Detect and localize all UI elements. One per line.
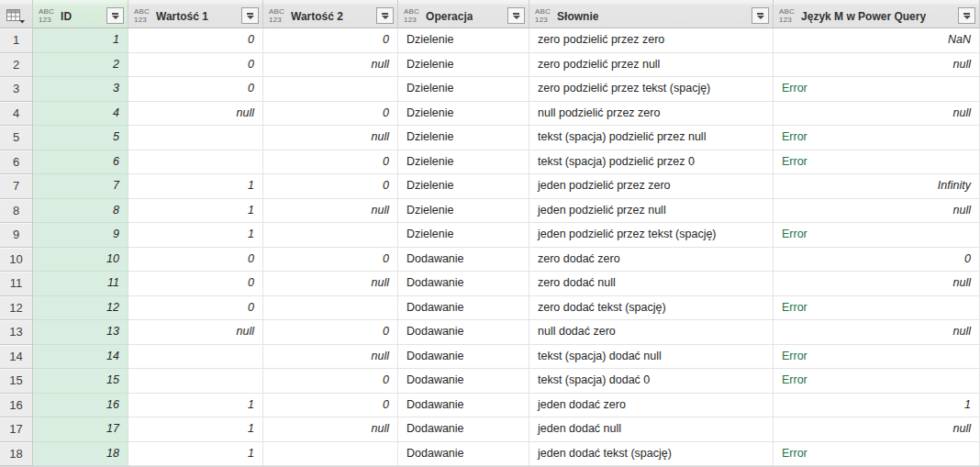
cell-id[interactable]: 9	[33, 223, 128, 248]
cell-operacja[interactable]: Dzielenie	[398, 223, 529, 248]
cell-slownie[interactable]: jeden dodać zero	[529, 394, 774, 418]
row-number[interactable]: 5	[0, 126, 33, 150]
column-header-w2[interactable]: ABC123Wartość 2	[263, 0, 398, 28]
filter-dropdown-button[interactable]	[376, 7, 394, 24]
cell-operacja[interactable]: Dzielenie	[398, 53, 529, 78]
cell-wartosc-1[interactable]	[128, 126, 263, 150]
cell-id[interactable]: 8	[33, 199, 128, 224]
cell-operacja[interactable]: Dzielenie	[398, 77, 529, 102]
row-number[interactable]: 6	[0, 150, 33, 175]
row-number[interactable]: 2	[0, 53, 33, 78]
cell-slownie[interactable]: tekst (spacja) dodać 0	[529, 369, 774, 394]
cell-wartosc-1[interactable]: null	[128, 320, 263, 345]
cell-wartosc-1[interactable]: 0	[128, 248, 263, 272]
cell-wartosc-1[interactable]: 0	[128, 28, 263, 53]
cell-jezyk-m[interactable]: Error	[774, 150, 980, 175]
cell-jezyk-m[interactable]: NaN	[774, 28, 980, 53]
cell-operacja[interactable]: Dodawanie	[398, 320, 529, 345]
cell-operacja[interactable]: Dzielenie	[398, 126, 529, 150]
filter-dropdown-button[interactable]	[106, 7, 124, 24]
cell-jezyk-m[interactable]: 0	[774, 248, 980, 272]
cell-slownie[interactable]: jeden podzielić przez zero	[529, 174, 774, 199]
cell-slownie[interactable]: null podzielić przez zero	[529, 102, 774, 127]
cell-jezyk-m[interactable]: 1	[774, 394, 980, 418]
filter-dropdown-button[interactable]	[241, 7, 259, 24]
cell-slownie[interactable]: zero dodać null	[529, 272, 774, 296]
cell-operacja[interactable]: Dzielenie	[398, 102, 529, 127]
cell-id[interactable]: 10	[33, 248, 128, 272]
row-number[interactable]: 3	[0, 77, 33, 102]
cell-jezyk-m[interactable]: null	[774, 272, 980, 296]
cell-slownie[interactable]: zero podzielić przez tekst (spację)	[529, 77, 774, 102]
cell-jezyk-m[interactable]: null	[774, 199, 980, 224]
column-header-m[interactable]: ABC123Język M w Power Query	[774, 0, 980, 28]
cell-slownie[interactable]: zero podzielić przez zero	[529, 28, 774, 53]
row-number[interactable]: 11	[0, 272, 33, 296]
cell-operacja[interactable]: Dodawanie	[398, 345, 529, 370]
cell-wartosc-2[interactable]	[263, 442, 398, 467]
cell-wartosc-2[interactable]: 0	[263, 28, 398, 53]
filter-dropdown-button[interactable]	[507, 7, 525, 24]
cell-jezyk-m[interactable]: Error	[774, 442, 980, 467]
filter-dropdown-button[interactable]	[958, 7, 975, 24]
cell-wartosc-2[interactable]	[263, 77, 398, 102]
cell-wartosc-2[interactable]: null	[263, 199, 398, 224]
column-header-w1[interactable]: ABC123Wartość 1	[128, 0, 263, 28]
cell-operacja[interactable]: Dzielenie	[398, 28, 529, 53]
column-header-op[interactable]: ABC123Operacja	[398, 0, 529, 28]
select-all-corner-button[interactable]	[0, 0, 33, 28]
column-header-id[interactable]: ABC123ID	[33, 0, 128, 28]
cell-id[interactable]: 16	[33, 394, 128, 418]
cell-wartosc-2[interactable]: null	[263, 345, 398, 370]
row-number[interactable]: 7	[0, 174, 33, 199]
cell-wartosc-2[interactable]: 0	[263, 320, 398, 345]
cell-wartosc-1[interactable]: 0	[128, 272, 263, 296]
cell-jezyk-m[interactable]: Error	[774, 369, 980, 394]
cell-wartosc-2[interactable]: null	[263, 272, 398, 296]
cell-wartosc-2[interactable]: 0	[263, 174, 398, 199]
cell-id[interactable]: 15	[33, 369, 128, 394]
cell-wartosc-1[interactable]: 0	[128, 296, 263, 321]
cell-wartosc-2[interactable]: null	[263, 53, 398, 78]
cell-operacja[interactable]: Dodawanie	[398, 417, 529, 442]
row-number[interactable]: 1	[0, 28, 33, 53]
cell-wartosc-2[interactable]	[263, 223, 398, 248]
row-number[interactable]: 15	[0, 369, 33, 394]
cell-slownie[interactable]: tekst (spacja) podzielić przez 0	[529, 150, 774, 175]
cell-operacja[interactable]: Dodawanie	[398, 369, 529, 394]
cell-wartosc-1[interactable]: null	[128, 102, 263, 127]
cell-slownie[interactable]: tekst (spacja) podzielić przez null	[529, 126, 774, 150]
cell-slownie[interactable]: jeden dodać null	[529, 417, 774, 442]
cell-operacja[interactable]: Dodawanie	[398, 394, 529, 418]
cell-id[interactable]: 14	[33, 345, 128, 370]
cell-wartosc-1[interactable]: 1	[128, 199, 263, 224]
cell-jezyk-m[interactable]: Infinity	[774, 174, 980, 199]
cell-wartosc-2[interactable]: 0	[263, 150, 398, 175]
cell-id[interactable]: 1	[33, 28, 128, 53]
cell-id[interactable]: 11	[33, 272, 128, 296]
cell-slownie[interactable]: zero dodać zero	[529, 248, 774, 272]
cell-wartosc-1[interactable]	[128, 369, 263, 394]
cell-wartosc-1[interactable]	[128, 150, 263, 175]
cell-operacja[interactable]: Dzielenie	[398, 150, 529, 175]
cell-slownie[interactable]: jeden podzielić przez tekst (spację)	[529, 223, 774, 248]
row-number[interactable]: 14	[0, 345, 33, 370]
cell-wartosc-1[interactable]: 1	[128, 417, 263, 442]
row-number[interactable]: 16	[0, 394, 33, 418]
cell-wartosc-1[interactable]: 1	[128, 223, 263, 248]
cell-id[interactable]: 13	[33, 320, 128, 345]
cell-wartosc-2[interactable]: 0	[263, 248, 398, 272]
cell-operacja[interactable]: Dodawanie	[398, 296, 529, 321]
cell-operacja[interactable]: Dzielenie	[398, 199, 529, 224]
cell-jezyk-m[interactable]: Error	[774, 345, 980, 370]
cell-wartosc-1[interactable]: 1	[128, 442, 263, 467]
cell-wartosc-1[interactable]: 1	[128, 174, 263, 199]
column-header-slownie[interactable]: ABC123Słownie	[529, 0, 774, 28]
row-number[interactable]: 4	[0, 102, 33, 127]
cell-jezyk-m[interactable]: null	[774, 320, 980, 345]
cell-wartosc-1[interactable]: 0	[128, 77, 263, 102]
cell-jezyk-m[interactable]: Error	[774, 223, 980, 248]
cell-slownie[interactable]: jeden podzielić przez null	[529, 199, 774, 224]
cell-operacja[interactable]: Dodawanie	[398, 248, 529, 272]
row-number[interactable]: 12	[0, 296, 33, 321]
